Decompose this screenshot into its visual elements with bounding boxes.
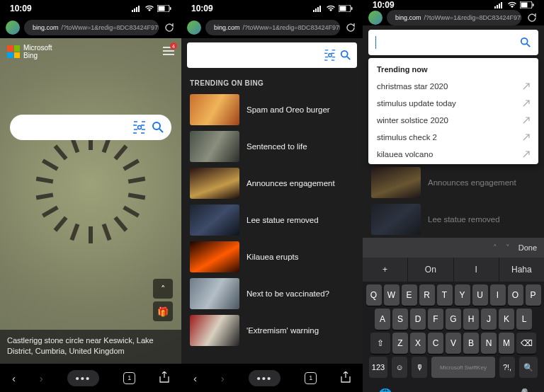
search-key[interactable]: 🔍	[519, 357, 538, 378]
search-icon[interactable]	[520, 37, 531, 48]
url-rest: /?toWww=1&redig=8DC83424F97B40...	[243, 24, 340, 31]
trending-item[interactable]: Next to be vaccinated?	[181, 275, 363, 312]
search-input[interactable]	[368, 30, 538, 55]
prediction[interactable]: Haha	[499, 258, 544, 282]
suggestion-item[interactable]: stimulus update today	[368, 95, 538, 112]
key-o[interactable]: O	[508, 284, 523, 306]
share-icon	[159, 371, 169, 383]
trending-item[interactable]: Lee statue removed	[181, 202, 363, 238]
rewards-button[interactable]: 🎁	[153, 301, 173, 321]
trending-item[interactable]: 'Extremism' warning	[181, 312, 363, 349]
suggestion-text: christmas star 2020	[377, 82, 448, 91]
shift-key[interactable]: ⇧	[370, 333, 390, 354]
profile-avatar[interactable]	[6, 21, 20, 35]
tabs-button[interactable]: 1	[305, 372, 317, 384]
reload-button[interactable]	[344, 23, 357, 33]
key-v[interactable]: V	[446, 333, 461, 354]
thumbnail	[190, 204, 239, 236]
done-button[interactable]: Done	[518, 243, 537, 252]
ios-status-bar: 10:09	[181, 0, 363, 17]
share-button[interactable]	[159, 371, 169, 385]
globe-key[interactable]: 🌐	[378, 388, 392, 393]
key-b[interactable]: B	[463, 333, 479, 354]
search-box[interactable]	[187, 42, 357, 68]
trending-item[interactable]: Announces engagement	[181, 165, 363, 202]
prediction[interactable]: On	[408, 258, 453, 282]
lens-icon[interactable]	[133, 121, 146, 134]
dictation-key[interactable]: 🎙	[412, 357, 427, 378]
forward-button[interactable]: ›	[40, 372, 43, 384]
insert-arrow-icon	[523, 134, 530, 141]
trending-list: Spam and Oreo burgerSentenced to lifeAnn…	[181, 91, 363, 349]
key-p[interactable]: P	[526, 284, 541, 306]
next-field-button[interactable]: ˅	[506, 243, 510, 253]
menu-dots-button[interactable]: •••	[249, 370, 281, 386]
profile-avatar[interactable]	[368, 11, 382, 25]
punctuation-key[interactable]: ?!,	[499, 357, 515, 378]
suggestion-item[interactable]: christmas star 2020	[368, 78, 538, 95]
key-y[interactable]: Y	[455, 284, 470, 306]
key-n[interactable]: N	[481, 333, 497, 354]
reload-button[interactable]	[526, 13, 538, 23]
suggestion-item[interactable]: kilauea volcano	[368, 146, 538, 163]
search-icon[interactable]	[152, 121, 164, 134]
emoji-key[interactable]: ☺	[392, 357, 407, 378]
signal-icon	[313, 5, 323, 12]
search-box[interactable]	[10, 115, 171, 140]
prev-field-button[interactable]: ˄	[493, 243, 497, 253]
svg-rect-27	[332, 50, 335, 53]
key-t[interactable]: T	[437, 284, 453, 306]
numbers-key[interactable]: 123	[369, 357, 387, 378]
address-bar[interactable]: bing.com /?toWww=1&redig=8DC83424F97B40.…	[24, 20, 159, 35]
lens-icon[interactable]	[324, 50, 336, 61]
mic-key[interactable]: 🎤	[514, 388, 528, 393]
key-s[interactable]: S	[392, 309, 408, 330]
svg-rect-11	[134, 122, 137, 125]
search-icon[interactable]	[340, 50, 351, 61]
key-z[interactable]: Z	[392, 333, 408, 354]
key-q[interactable]: Q	[366, 284, 382, 306]
address-bar[interactable]: bing.com /?toWww=1&redig=8DC83424F97B40.…	[387, 10, 521, 25]
svg-rect-12	[142, 122, 145, 125]
share-button[interactable]	[341, 371, 351, 385]
url-rest: /?toWww=1&redig=8DC83424F97B40...	[62, 24, 159, 31]
trending-item[interactable]: Spam and Oreo burger	[181, 91, 363, 128]
key-l[interactable]: L	[516, 309, 532, 330]
key-a[interactable]: A	[375, 309, 390, 330]
key-g[interactable]: G	[446, 309, 461, 330]
prediction[interactable]: +	[363, 258, 408, 282]
key-r[interactable]: R	[419, 284, 435, 306]
bing-brand[interactable]: MicrosoftBing	[7, 44, 52, 59]
forward-button[interactable]: ›	[221, 372, 225, 384]
key-d[interactable]: D	[410, 309, 426, 330]
key-m[interactable]: M	[499, 333, 514, 354]
key-w[interactable]: W	[384, 284, 400, 306]
profile-avatar[interactable]	[187, 21, 201, 35]
menu-dots-button[interactable]: •••	[67, 370, 100, 386]
trending-item[interactable]: Sentenced to life	[181, 128, 363, 165]
key-i[interactable]: I	[490, 284, 506, 306]
prediction[interactable]: I	[454, 258, 499, 282]
key-c[interactable]: C	[428, 333, 443, 354]
space-key[interactable]: Microsoft SwiftKey	[431, 357, 495, 378]
backspace-key[interactable]: ⌫	[516, 333, 536, 354]
menu-button[interactable]: 4	[163, 45, 174, 58]
back-button[interactable]: ‹	[193, 372, 197, 384]
trending-item[interactable]: Kilauea erupts	[181, 238, 363, 275]
key-j[interactable]: J	[481, 309, 497, 330]
key-h[interactable]: H	[463, 309, 479, 330]
expand-button[interactable]: ˄	[153, 279, 173, 299]
tabs-button[interactable]: 1	[123, 372, 135, 384]
reload-button[interactable]	[163, 23, 176, 33]
key-u[interactable]: U	[472, 284, 488, 306]
key-f[interactable]: F	[428, 309, 443, 330]
address-bar[interactable]: bing.com /?toWww=1&redig=8DC83424F97B40.…	[205, 20, 340, 35]
key-x[interactable]: X	[410, 333, 426, 354]
key-e[interactable]: E	[402, 284, 417, 306]
back-button[interactable]: ‹	[12, 372, 16, 384]
microsoft-logo-icon	[7, 45, 20, 58]
suggestion-item[interactable]: stimulus check 2	[368, 129, 538, 146]
ios-status-bar: 10:09	[363, 0, 544, 10]
key-k[interactable]: K	[499, 309, 514, 330]
suggestion-item[interactable]: winter solstice 2020	[368, 112, 538, 129]
